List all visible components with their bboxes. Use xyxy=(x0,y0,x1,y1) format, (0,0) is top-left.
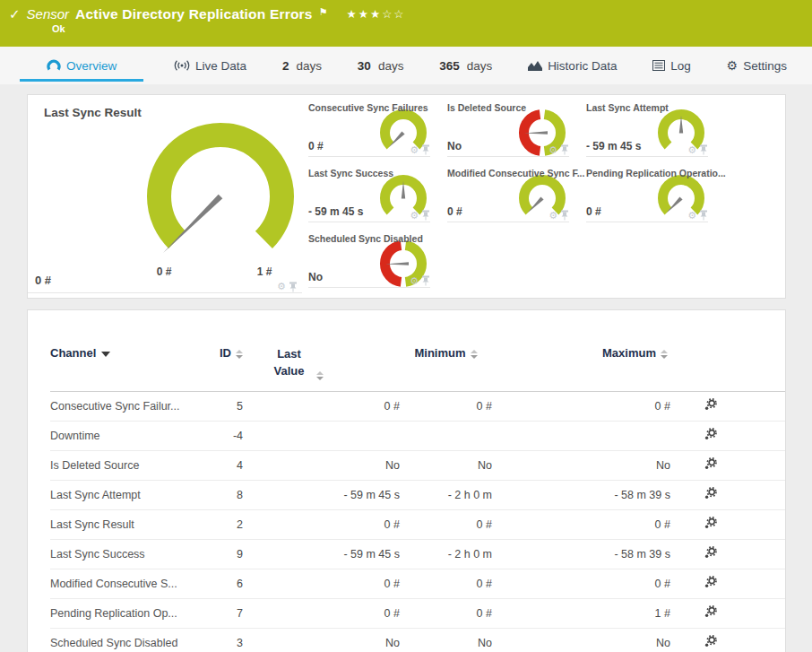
gauge-pending-replication-operations: Pending Replication Operatio... 0 # ⚙ xyxy=(586,168,708,222)
tab-365-days-label: days xyxy=(467,59,493,73)
channel-settings-icon[interactable] xyxy=(704,635,718,650)
sort-icon xyxy=(471,350,478,359)
gauge-is-deleted-source: Is Deleted Source No ⚙ xyxy=(447,102,569,157)
page-title: Active Directory Replication Errors xyxy=(75,6,313,22)
tab-log-label: Log xyxy=(670,59,691,73)
channel-name: Downtime xyxy=(50,430,212,442)
gauge-gear-icon[interactable]: ⚙ xyxy=(549,211,557,221)
table-row[interactable]: Downtime -4 xyxy=(50,422,785,451)
column-header-id-label: ID xyxy=(220,346,231,360)
channel-id: 6 xyxy=(212,578,243,590)
channel-last-value: No xyxy=(243,637,400,649)
tab-log[interactable]: Log xyxy=(647,47,696,84)
channel-minimum: No xyxy=(400,637,492,649)
sort-icon xyxy=(661,350,668,359)
gauge-gear-icon[interactable]: ⚙ xyxy=(277,282,286,291)
sort-icon xyxy=(316,371,324,380)
priority-flag-icon: ⚑ xyxy=(319,6,328,18)
gauge-gear-icon[interactable]: ⚙ xyxy=(687,145,696,155)
column-header-last-value[interactable]: Last Value xyxy=(243,346,400,380)
channel-settings-icon[interactable] xyxy=(704,457,718,473)
tab-2-days[interactable]: 2 days xyxy=(277,47,327,84)
tab-historic-data[interactable]: Historic Data xyxy=(523,47,622,84)
table-row[interactable]: Last Sync Attempt 8 - 59 m 45 s - 2 h 0 … xyxy=(50,481,785,510)
gauge-icon xyxy=(47,59,61,72)
channel-settings-icon[interactable] xyxy=(704,576,718,591)
sort-desc-icon xyxy=(101,352,110,357)
table-row[interactable]: Pending Replication Op... 7 0 # 0 # 1 # xyxy=(50,599,785,629)
pin-icon[interactable] xyxy=(289,282,298,292)
channel-id: 7 xyxy=(212,607,243,620)
channel-last-value: 0 # xyxy=(243,400,400,413)
channel-name: Pending Replication Op... xyxy=(50,607,212,620)
gauge-gear-icon[interactable]: ⚙ xyxy=(410,276,419,286)
mini-gauge-grid: Consecutive Sync Failures 0 # ⚙ Is Delet… xyxy=(308,102,708,288)
channel-settings-icon[interactable] xyxy=(704,398,718,413)
gauge-title: Modified Consecutive Sync F... xyxy=(447,168,584,178)
table-header-row: Channel ID Last Value Minimum Maximum xyxy=(50,310,785,392)
channel-maximum: 0 # xyxy=(492,518,670,531)
main-gauge-min-label: 0 # xyxy=(144,265,184,278)
main-gauge xyxy=(117,113,324,274)
column-header-channel-label: Channel xyxy=(50,346,96,360)
channel-last-value: - 59 m 45 s xyxy=(243,548,400,561)
table-row[interactable]: Last Sync Success 9 - 59 m 45 s - 2 h 0 … xyxy=(50,540,785,569)
sensor-header: ✓ Sensor Active Directory Replication Er… xyxy=(0,0,812,47)
channel-settings-icon[interactable] xyxy=(704,546,718,561)
channel-name: Is Deleted Source xyxy=(50,459,212,472)
channel-maximum: - 58 m 39 s xyxy=(492,548,670,561)
channel-name: Consecutive Sync Failur... xyxy=(50,400,212,413)
tab-overview[interactable]: Overview xyxy=(20,47,143,84)
tab-settings-label: Settings xyxy=(743,59,787,73)
priority-stars[interactable]: ★★★☆☆ xyxy=(347,7,406,21)
channel-minimum: 0 # xyxy=(400,578,492,590)
gauge-value: - 59 m 45 s xyxy=(308,205,363,218)
tab-historic-data-label: Historic Data xyxy=(548,59,617,73)
channel-id: 8 xyxy=(212,489,243,501)
channel-settings-icon[interactable] xyxy=(704,605,718,621)
gauge-gear-icon[interactable]: ⚙ xyxy=(687,211,696,221)
gauge-gear-icon[interactable]: ⚙ xyxy=(410,145,419,155)
table-row[interactable]: Is Deleted Source 4 No No No xyxy=(50,451,785,481)
column-header-id[interactable]: ID xyxy=(212,346,243,360)
channel-name: Last Sync Attempt xyxy=(50,489,212,501)
column-header-channel[interactable]: Channel xyxy=(50,346,212,360)
pin-icon[interactable] xyxy=(560,144,569,155)
channel-minimum: 0 # xyxy=(400,607,492,620)
tab-365-days[interactable]: 365 days xyxy=(434,47,497,84)
channel-settings-icon[interactable] xyxy=(704,487,718,502)
gauge-gear-icon[interactable]: ⚙ xyxy=(549,145,557,155)
gauge-gear-icon[interactable]: ⚙ xyxy=(410,211,419,221)
tab-365-days-number: 365 xyxy=(439,59,460,73)
gauge-consecutive-sync-failures: Consecutive Sync Failures 0 # ⚙ xyxy=(308,102,430,157)
pin-icon[interactable] xyxy=(421,275,430,286)
live-signal-icon xyxy=(174,60,190,71)
settings-gear-icon: ⚙ xyxy=(727,58,739,73)
table-row[interactable]: Scheduled Sync Disabled 3 No No No xyxy=(50,629,785,652)
object-kind-label: Sensor xyxy=(27,6,70,22)
gauge-title: Last Sync Attempt xyxy=(586,102,669,113)
table-row[interactable]: Consecutive Sync Failur... 5 0 # 0 # 0 # xyxy=(50,392,785,422)
column-header-maximum[interactable]: Maximum xyxy=(492,346,670,360)
tab-30-days[interactable]: 30 days xyxy=(352,47,410,84)
gauge-last-sync-success: Last Sync Success - 59 m 45 s ⚙ xyxy=(308,168,430,222)
table-row[interactable]: Last Sync Result 2 0 # 0 # 0 # xyxy=(50,510,785,540)
table-row[interactable]: Modified Consecutive S... 6 0 # 0 # 0 # xyxy=(50,569,785,599)
sort-icon xyxy=(236,350,243,359)
column-header-minimum[interactable]: Minimum xyxy=(400,346,492,360)
channel-settings-icon[interactable] xyxy=(704,517,718,532)
channel-maximum: No xyxy=(492,637,670,649)
pin-icon[interactable] xyxy=(699,144,708,155)
log-list-icon xyxy=(652,60,665,71)
channel-minimum: 0 # xyxy=(400,518,492,531)
overview-content: Last Sync Result 0 # 1 # 0 # ⚙ Consecuti… xyxy=(0,84,812,652)
tab-live-data-label: Live Data xyxy=(195,59,246,73)
channel-id: 5 xyxy=(212,400,243,413)
pin-icon[interactable] xyxy=(421,144,430,155)
pin-icon[interactable] xyxy=(421,210,430,221)
tab-live-data[interactable]: Live Data xyxy=(168,47,252,84)
tab-settings[interactable]: ⚙ Settings xyxy=(721,47,792,84)
pin-icon[interactable] xyxy=(699,210,708,221)
channel-settings-icon[interactable] xyxy=(704,428,718,443)
pin-icon[interactable] xyxy=(560,210,569,221)
